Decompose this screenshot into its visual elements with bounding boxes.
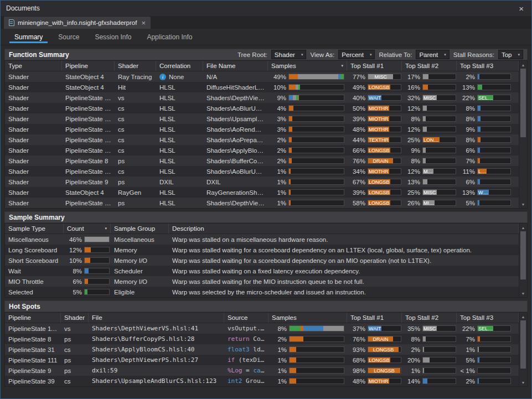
stall-bar[interactable] <box>422 147 456 153</box>
samples-bar[interactable] <box>288 168 344 174</box>
table-row[interactable]: ShaderPipelineState 110vsHLSLShaders\Dep… <box>5 92 519 103</box>
column-header-sample-group[interactable]: Sample Group <box>111 224 169 234</box>
stall-bar[interactable]: LONGSB <box>368 200 401 206</box>
stall-bar[interactable]: W… <box>477 189 511 195</box>
scrollbar-thumb[interactable] <box>520 69 526 137</box>
stall-bar[interactable]: LON… <box>422 137 456 143</box>
scroll-down-icon[interactable]: ▼ <box>519 200 527 208</box>
info-icon[interactable]: i <box>159 74 166 80</box>
samples-bar[interactable] <box>288 179 344 185</box>
stall-bar[interactable]: MIOTHR <box>368 378 401 384</box>
samples-bar[interactable] <box>288 84 344 90</box>
stall-reasons-dropdown[interactable]: Top▾ <box>498 50 523 59</box>
stall-bar[interactable] <box>477 378 511 384</box>
stall-bar[interactable]: MIOTHR <box>368 116 401 122</box>
samples-bar[interactable] <box>289 336 344 342</box>
table-row[interactable]: Wait8%SchedulerWarp was stalled waiting … <box>5 266 519 276</box>
table-row[interactable]: ShaderPipelineState 39csHLSLShaders\Upsa… <box>5 113 519 124</box>
table-row[interactable]: PipelineState 110vsShaders\DepthViewerVS… <box>5 323 519 334</box>
table-row[interactable]: PipelineState 9psdxil:59%Log = call…1%98… <box>5 365 519 376</box>
table-row[interactable]: ShaderPipelineState 9psDXILDXIL1%67%LONG… <box>5 177 519 187</box>
table-row[interactable]: PipelineState 111psShaders\DepthViewerPS… <box>5 355 519 365</box>
column-header-file[interactable]: File <box>89 313 224 323</box>
tab-source[interactable]: Source <box>51 29 86 45</box>
table-row[interactable]: PipelineState 8psShaders\BufferCopyPS.hl… <box>5 334 519 344</box>
scroll-up-icon[interactable]: ▲ <box>519 61 527 69</box>
stall-bar[interactable] <box>477 179 511 185</box>
stall-bar[interactable] <box>422 158 456 164</box>
stall-bar[interactable] <box>422 116 456 122</box>
stall-bar[interactable]: M… <box>422 168 456 174</box>
column-header-top-stall-1[interactable]: Top Stall #1 <box>347 61 402 71</box>
column-header-shader[interactable]: Shader <box>115 61 156 71</box>
stall-bar[interactable] <box>477 346 511 353</box>
stall-bar[interactable] <box>477 84 511 90</box>
column-header-correlation[interactable]: Correlation <box>156 61 203 71</box>
column-header-file-name[interactable]: File Name <box>203 61 268 71</box>
column-header-top-stall-3[interactable]: Top Stall #3 <box>457 61 519 71</box>
column-header-top-stall-2[interactable]: Top Stall #2 <box>402 61 457 71</box>
stall-bar[interactable]: LONGSB <box>368 84 401 90</box>
stall-bar[interactable] <box>422 378 456 384</box>
stall-bar[interactable]: DRAIN <box>368 336 401 342</box>
stall-bar[interactable]: LONGSB <box>368 357 401 363</box>
column-header-pipeline[interactable]: Pipeline <box>5 313 61 323</box>
tab-session-info[interactable]: Session Info <box>87 29 138 45</box>
stall-bar[interactable]: LONGSB <box>368 367 401 374</box>
samples-bar[interactable] <box>288 95 344 101</box>
document-tab-close-icon[interactable]: × <box>141 19 146 27</box>
samples-bar[interactable] <box>288 158 344 164</box>
stall-bar[interactable] <box>477 74 511 80</box>
stall-bar[interactable] <box>422 74 456 80</box>
stall-bar[interactable] <box>477 200 511 206</box>
table-row[interactable]: Miscellaneous46%MiscellaneousWarp was st… <box>5 234 519 245</box>
stall-bar[interactable]: LONGSB <box>368 179 401 185</box>
function-summary-scrollbar[interactable]: ▲ ▼ <box>519 61 527 208</box>
samples-bar[interactable] <box>288 126 344 132</box>
count-bar[interactable] <box>84 278 110 284</box>
stall-bar[interactable] <box>422 105 456 111</box>
scrollbar-track[interactable] <box>520 69 526 200</box>
document-tab[interactable]: miniengine_with_info.nsight-gfxshaderpro… <box>4 17 151 29</box>
stall-bar[interactable]: LONGSB <box>368 346 401 353</box>
stall-bar[interactable]: MISC <box>422 325 456 331</box>
relative-to-dropdown[interactable]: Parent▾ <box>416 50 449 59</box>
stall-bar[interactable]: MIOTHR <box>368 126 401 132</box>
table-row[interactable]: ShaderPipelineState 76csHLSLShaders\AoPr… <box>5 134 519 145</box>
tree-root-dropdown[interactable]: Shader▾ <box>271 50 307 59</box>
samples-bar[interactable] <box>288 137 344 143</box>
stall-bar[interactable]: SEL… <box>477 325 511 331</box>
stall-bar[interactable]: MISC <box>422 95 456 101</box>
stall-bar[interactable]: L… <box>477 168 511 174</box>
count-bar[interactable] <box>84 268 110 274</box>
hot-spots-scrollbar[interactable]: ▲ ▼ <box>519 313 527 386</box>
stall-bar[interactable] <box>422 367 456 374</box>
table-row[interactable]: ShaderStateObject 4RayGenHLSLRayGenerati… <box>5 187 519 198</box>
table-row[interactable]: ShaderPipelineState 8psHLSLShaders\Buffe… <box>5 156 519 166</box>
count-bar[interactable] <box>84 236 110 242</box>
samples-bar[interactable] <box>288 74 344 80</box>
stall-bar[interactable] <box>477 126 511 132</box>
sample-summary-scrollbar[interactable]: ▲ ▼ <box>519 224 527 297</box>
scrollbar-track[interactable] <box>520 231 526 289</box>
table-row[interactable]: MIO Throttle6%Memory I/OWarp was stalled… <box>5 276 519 287</box>
stall-bar[interactable]: WAIT <box>368 325 401 331</box>
stall-bar[interactable] <box>477 158 511 164</box>
stall-bar[interactable] <box>477 147 511 153</box>
column-header-count[interactable]: Count▾ <box>64 224 111 234</box>
samples-bar[interactable] <box>289 346 344 353</box>
table-row[interactable]: ShaderPipelineState 83csHLSLShaders\AoBl… <box>5 166 519 177</box>
column-header-shader[interactable]: Shader <box>61 313 89 323</box>
stall-bar[interactable] <box>422 357 456 363</box>
samples-bar[interactable] <box>288 200 344 206</box>
stall-bar[interactable] <box>422 346 456 353</box>
table-row[interactable]: Short Scoreboard10%Memory I/OWarp was st… <box>5 255 519 266</box>
stall-bar[interactable] <box>422 179 456 185</box>
stall-bar[interactable]: MISC <box>422 189 456 195</box>
table-row[interactable]: PipelineState 39csShaders\UpsampleAndBlu… <box>5 376 519 386</box>
count-bar[interactable] <box>84 257 110 263</box>
stall-bar[interactable]: MI… <box>422 200 456 206</box>
scroll-up-icon[interactable]: ▲ <box>519 313 527 320</box>
scrollbar-thumb[interactable] <box>520 231 526 279</box>
stall-bar[interactable]: MIOTHR <box>368 168 401 174</box>
